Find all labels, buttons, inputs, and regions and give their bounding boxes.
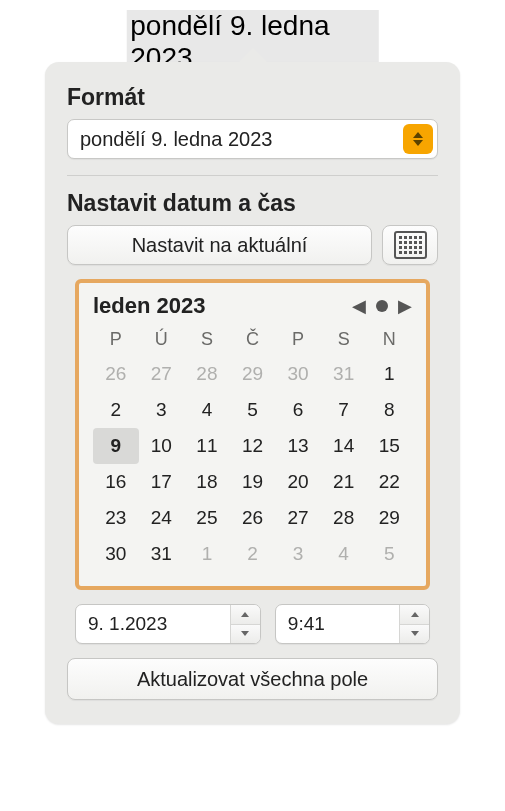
- calendar-day[interactable]: 22: [366, 464, 412, 500]
- date-input[interactable]: 9. 1.2023: [75, 604, 261, 644]
- calendar-day-header: S: [184, 325, 230, 356]
- calendar-day[interactable]: 5: [230, 392, 276, 428]
- prev-month-button[interactable]: ◀: [352, 295, 366, 317]
- time-value: 9:41: [276, 613, 399, 635]
- calendar-toggle-button[interactable]: [382, 225, 438, 265]
- calendar-day[interactable]: 26: [93, 356, 139, 392]
- calendar-day[interactable]: 1: [184, 536, 230, 572]
- calendar-day[interactable]: 2: [93, 392, 139, 428]
- calendar-day[interactable]: 4: [321, 536, 367, 572]
- calendar-day-header: Č: [230, 325, 276, 356]
- calendar-day[interactable]: 25: [184, 500, 230, 536]
- calendar-icon: [394, 231, 427, 259]
- calendar-day[interactable]: 27: [139, 356, 185, 392]
- dropdown-icon: [403, 124, 433, 154]
- calendar-day[interactable]: 27: [275, 500, 321, 536]
- time-stepper[interactable]: [399, 605, 429, 643]
- update-all-label: Aktualizovat všechna pole: [137, 668, 368, 691]
- today-button[interactable]: [376, 300, 388, 312]
- format-select[interactable]: pondělí 9. ledna 2023: [67, 119, 438, 159]
- format-section-label: Formát: [67, 84, 438, 111]
- calendar-day[interactable]: 28: [321, 500, 367, 536]
- calendar-day[interactable]: 1: [366, 356, 412, 392]
- calendar-day-header: S: [321, 325, 367, 356]
- set-current-label: Nastavit na aktuální: [132, 234, 308, 257]
- calendar-day[interactable]: 31: [321, 356, 367, 392]
- calendar-month-title: leden 2023: [93, 293, 352, 319]
- calendar-day[interactable]: 21: [321, 464, 367, 500]
- calendar-day[interactable]: 7: [321, 392, 367, 428]
- calendar-day[interactable]: 3: [275, 536, 321, 572]
- calendar-day[interactable]: 11: [184, 428, 230, 464]
- divider: [67, 175, 438, 176]
- calendar-day[interactable]: 15: [366, 428, 412, 464]
- next-month-button[interactable]: ▶: [398, 295, 412, 317]
- calendar-day[interactable]: 30: [275, 356, 321, 392]
- calendar-day[interactable]: 24: [139, 500, 185, 536]
- date-step-down[interactable]: [231, 625, 260, 644]
- datetime-section-label: Nastavit datum a čas: [67, 190, 438, 217]
- calendar-day-header: P: [93, 325, 139, 356]
- calendar-day[interactable]: 14: [321, 428, 367, 464]
- date-value: 9. 1.2023: [76, 613, 230, 635]
- calendar-day[interactable]: 26: [230, 500, 276, 536]
- calendar-day[interactable]: 16: [93, 464, 139, 500]
- calendar-day[interactable]: 18: [184, 464, 230, 500]
- calendar-day[interactable]: 28: [184, 356, 230, 392]
- date-format-popover: Formát pondělí 9. ledna 2023 Nastavit da…: [45, 62, 460, 724]
- calendar-day[interactable]: 2: [230, 536, 276, 572]
- calendar-day[interactable]: 10: [139, 428, 185, 464]
- calendar-day[interactable]: 12: [230, 428, 276, 464]
- set-current-button[interactable]: Nastavit na aktuální: [67, 225, 372, 265]
- calendar-day-header: P: [275, 325, 321, 356]
- time-step-up[interactable]: [400, 605, 429, 625]
- calendar-day[interactable]: 6: [275, 392, 321, 428]
- calendar-day[interactable]: 23: [93, 500, 139, 536]
- calendar-day[interactable]: 17: [139, 464, 185, 500]
- calendar-day[interactable]: 4: [184, 392, 230, 428]
- calendar-day[interactable]: 29: [230, 356, 276, 392]
- calendar-day[interactable]: 8: [366, 392, 412, 428]
- calendar: leden 2023 ◀ ▶ PÚSČPSN 26272829303112345…: [75, 279, 430, 590]
- calendar-day[interactable]: 19: [230, 464, 276, 500]
- calendar-day[interactable]: 13: [275, 428, 321, 464]
- calendar-day[interactable]: 31: [139, 536, 185, 572]
- format-select-value: pondělí 9. ledna 2023: [80, 128, 403, 151]
- calendar-day[interactable]: 20: [275, 464, 321, 500]
- calendar-day[interactable]: 9: [93, 428, 139, 464]
- time-input[interactable]: 9:41: [275, 604, 430, 644]
- calendar-day-header: N: [366, 325, 412, 356]
- time-step-down[interactable]: [400, 625, 429, 644]
- date-stepper[interactable]: [230, 605, 260, 643]
- calendar-day[interactable]: 30: [93, 536, 139, 572]
- update-all-button[interactable]: Aktualizovat všechna pole: [67, 658, 438, 700]
- calendar-day[interactable]: 29: [366, 500, 412, 536]
- date-step-up[interactable]: [231, 605, 260, 625]
- calendar-day-header: Ú: [139, 325, 185, 356]
- calendar-day[interactable]: 3: [139, 392, 185, 428]
- calendar-day[interactable]: 5: [366, 536, 412, 572]
